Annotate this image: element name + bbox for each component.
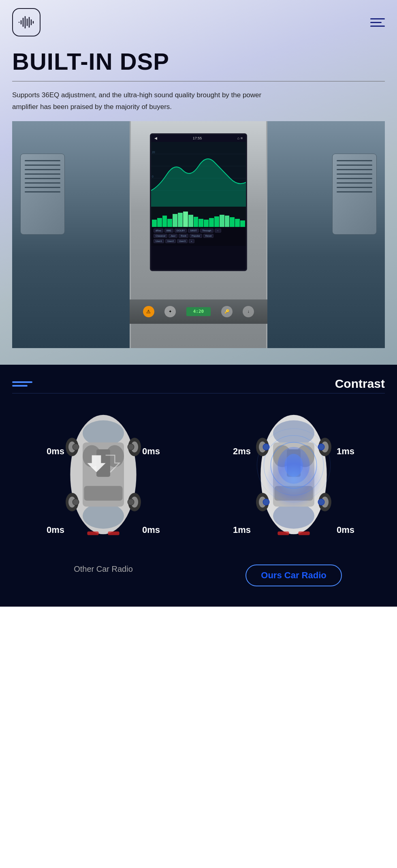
svg-point-16 [83, 420, 124, 446]
svg-point-32 [128, 444, 134, 450]
bottom-car-controls: ⚠ ✦ 4:20 🔑 ↓ [130, 299, 267, 324]
eq-bars [151, 207, 246, 227]
car-photo: ◀ 17:55 ⌂ ≡ 20 0 [12, 121, 385, 348]
ours-delay-top-right: 1ms [337, 446, 354, 457]
svg-point-60 [263, 499, 269, 505]
svg-point-58 [263, 444, 269, 450]
contrast-section: Contrast 0ms 0ms 0ms 0ms [0, 365, 397, 607]
menu-button[interactable] [370, 18, 385, 27]
contrast-lines-icon [12, 381, 32, 387]
top-nav [12, 8, 385, 36]
svg-rect-62 [277, 532, 289, 535]
other-delay-top-right: 0ms [142, 446, 160, 457]
comparison-grid: 0ms 0ms 0ms 0ms [12, 406, 385, 586]
line-2 [12, 385, 28, 387]
svg-point-61 [318, 499, 324, 505]
contrast-divider [12, 393, 385, 393]
page-title: BUILT-IN DSP [12, 49, 385, 75]
logo-icon [17, 13, 35, 31]
svg-point-33 [73, 499, 79, 505]
subtitle-text: Supports 36EQ adjustment, and the ultra-… [12, 90, 263, 113]
svg-point-34 [128, 499, 134, 505]
svg-point-59 [318, 444, 324, 450]
app-logo[interactable] [12, 8, 41, 36]
screen-header: ◀ 17:55 ⌂ ≡ [151, 135, 246, 142]
eq-display: 20 0 [151, 142, 246, 207]
svg-rect-63 [298, 532, 309, 535]
svg-rect-36 [108, 532, 119, 535]
contrast-title: Contrast [335, 377, 385, 391]
ours-car-svg [249, 406, 338, 543]
radio-screen: ◀ 17:55 ⌂ ≡ 20 0 [150, 133, 247, 271]
ours-delay-bottom-right: 0ms [337, 525, 354, 535]
other-delay-bottom-right: 0ms [142, 525, 160, 535]
other-delay-top-left: 0ms [47, 446, 64, 457]
ours-car-comparison: 2ms 1ms 1ms 0ms [203, 406, 385, 586]
title-divider [12, 81, 385, 81]
right-vent [332, 154, 377, 235]
ours-car-topview: 2ms 1ms 1ms 0ms [237, 406, 350, 560]
svg-text:0: 0 [152, 175, 154, 178]
screen-controls: dRes BBE DOLBY SRS© Through ↔ Classical … [151, 227, 246, 246]
line-1 [12, 381, 32, 383]
contrast-header: Contrast [12, 377, 385, 391]
ours-car-label-button[interactable]: Ours Car Radio [245, 564, 342, 586]
other-car-label: Other Car Radio [74, 564, 133, 574]
other-car-topview: 0ms 0ms 0ms 0ms [47, 406, 160, 560]
other-car-svg [59, 406, 148, 543]
svg-rect-35 [87, 532, 98, 535]
svg-text:20: 20 [152, 151, 155, 154]
left-vent [20, 154, 65, 235]
other-delay-bottom-left: 0ms [47, 525, 64, 535]
svg-point-39 [273, 503, 314, 528]
svg-point-31 [73, 444, 79, 450]
ours-delay-top-left: 2ms [233, 446, 251, 457]
other-car-comparison: 0ms 0ms 0ms 0ms [12, 406, 194, 574]
svg-point-46 [284, 454, 303, 477]
header-section: BUILT-IN DSP Supports 36EQ adjustment, a… [0, 0, 397, 365]
ours-delay-bottom-left: 1ms [233, 525, 251, 535]
svg-rect-21 [84, 486, 122, 500]
svg-point-17 [83, 503, 124, 528]
